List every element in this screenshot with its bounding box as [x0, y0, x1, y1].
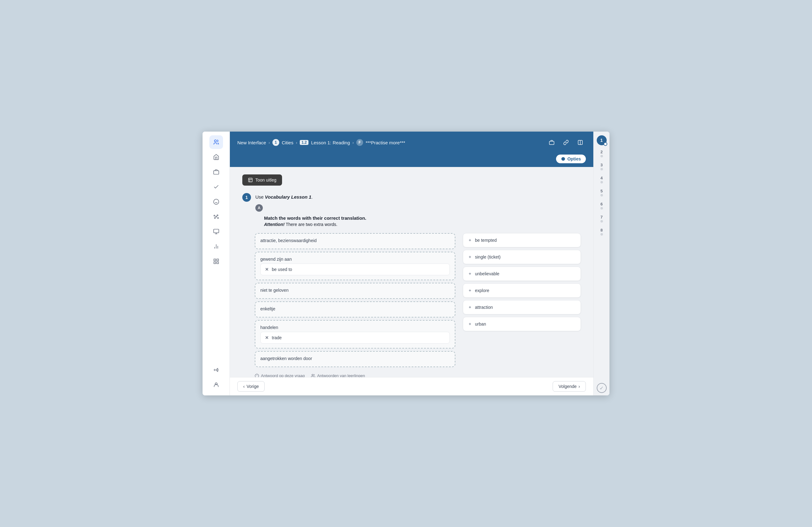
step-4[interactable]: 4	[595, 173, 608, 185]
word-slot-4-label: enkeltje	[260, 306, 450, 311]
step-7-dot	[600, 220, 603, 223]
word-slot-2-remove[interactable]: ✕	[265, 267, 269, 272]
answer-chip-4[interactable]: ✦ explore	[463, 283, 581, 298]
drag-icon-6: ✦	[468, 321, 472, 327]
breadcrumb-lesson: Lesson 1: Reading	[311, 140, 350, 145]
step-3-dot	[600, 168, 603, 170]
step-7[interactable]: 7	[595, 212, 608, 225]
main-area: New Interface › 1 Cities › 1.2 Lesson 1:…	[230, 132, 593, 395]
answer-chip-1-text: be tempted	[475, 238, 497, 243]
link-icon-btn[interactable]	[561, 137, 571, 148]
word-slot-6[interactable]: aangetrokken worden door	[255, 351, 455, 367]
sidebar-icon-mask[interactable]	[209, 195, 223, 209]
breadcrumb-new-interface: New Interface	[237, 140, 266, 145]
svg-rect-9	[214, 229, 219, 233]
word-slot-2-label: gewend zijn aan	[260, 257, 450, 262]
step-4-dot	[600, 181, 603, 183]
sidebar-icon-grid[interactable]	[209, 255, 223, 268]
answer-chip-3[interactable]: ✦ unbelievable	[463, 267, 581, 281]
match-instruction: Match the words with their correct trans…	[264, 215, 581, 221]
word-slot-5-filled: ✕ trade	[260, 332, 450, 344]
columns-icon-btn[interactable]	[575, 137, 586, 148]
show-explanation-button[interactable]: Toon uitleg	[242, 175, 282, 185]
word-slot-1[interactable]: attractie, bezienswaardigheid	[255, 233, 455, 249]
drag-icon-4: ✦	[468, 288, 472, 293]
answer-chip-5[interactable]: ✦ attraction	[463, 300, 581, 314]
word-slot-5-value: trade	[272, 335, 282, 340]
bottom-navigation: ‹ Vorige Volgende ›	[230, 377, 593, 395]
word-slot-3-label: niet te geloven	[260, 288, 450, 293]
svg-rect-20	[550, 141, 554, 145]
breadcrumb-sep-2: ›	[296, 140, 297, 145]
step-3[interactable]: 3	[595, 160, 608, 172]
briefcase-icon-btn[interactable]	[546, 137, 557, 148]
step-2[interactable]: 2	[595, 147, 608, 160]
answer-chip-6[interactable]: ✦ urban	[463, 317, 581, 331]
answer-chip-2[interactable]: ✦ single (ticket)	[463, 250, 581, 264]
step-7-num: 7	[600, 215, 603, 220]
svg-rect-15	[214, 259, 216, 261]
sidebar-icon-briefcase[interactable]	[209, 165, 223, 179]
word-slot-5[interactable]: handelen ✕ trade	[255, 320, 455, 348]
word-slot-4[interactable]: enkeltje	[255, 301, 455, 317]
step-5[interactable]: 5	[595, 186, 608, 199]
step-5-num: 5	[600, 189, 603, 193]
breadcrumb-step1: 1	[272, 139, 279, 146]
svg-point-7	[214, 215, 215, 216]
sidebar-icon-user-profile[interactable]	[209, 378, 223, 392]
sidebar-icon-bars[interactable]	[209, 240, 223, 253]
svg-rect-1	[214, 171, 219, 175]
attention-text: Attention! There are two extra words.	[264, 222, 581, 227]
check-circle-button[interactable]: ✓	[597, 383, 607, 393]
left-column: attractie, bezienswaardigheid gewend zij…	[255, 233, 455, 367]
breadcrumb-f: F	[356, 139, 363, 146]
sidebar-icon-home[interactable]	[209, 150, 223, 164]
sidebar-icon-users[interactable]	[209, 135, 223, 149]
answer-chip-4-text: explore	[475, 288, 489, 293]
students-answers-button[interactable]: Antwoorden van leerlingen	[311, 373, 365, 377]
svg-point-30	[312, 374, 314, 376]
sidebar-icon-megaphone[interactable]	[209, 363, 223, 377]
word-slot-3[interactable]: niet te geloven	[255, 283, 455, 299]
svg-point-4	[214, 217, 215, 219]
step-1-circle: 1	[597, 135, 607, 145]
right-sidebar: 1 2 3 4 5 6 7 8 ✓	[593, 132, 609, 395]
next-button[interactable]: Volgende ›	[553, 381, 586, 392]
prev-button[interactable]: ‹ Vorige	[237, 381, 265, 392]
sidebar-icon-check[interactable]	[209, 180, 223, 194]
section-label-a: A	[255, 204, 263, 212]
answer-chip-2-text: single (ticket)	[475, 255, 501, 259]
answer-chip-1[interactable]: ✦ be tempted	[463, 233, 581, 247]
prev-arrow: ‹	[243, 384, 245, 389]
answer-chip-6-text: urban	[475, 321, 486, 327]
step-6[interactable]: 6	[595, 199, 608, 212]
step-6-dot	[600, 207, 603, 210]
svg-point-6	[216, 216, 217, 217]
header-icons	[546, 137, 586, 148]
word-slot-2-value: be used to	[272, 267, 292, 272]
sidebar-icon-cards[interactable]	[209, 225, 223, 238]
word-slot-5-remove[interactable]: ✕	[265, 335, 269, 340]
word-slot-5-label: handelen	[260, 325, 450, 330]
answer-chip-5-text: attraction	[475, 305, 493, 310]
drag-icon-1: ✦	[468, 238, 472, 243]
step-8[interactable]: 8	[595, 225, 608, 238]
word-slot-2[interactable]: gewend zijn aan ✕ be used to	[255, 252, 455, 280]
svg-rect-18	[217, 262, 218, 264]
step-6-num: 6	[600, 202, 603, 206]
svg-rect-24	[248, 178, 252, 182]
svg-rect-16	[217, 259, 218, 261]
header: New Interface › 1 Cities › 1.2 Lesson 1:…	[230, 132, 593, 153]
step-8-num: 8	[600, 228, 603, 232]
opties-button[interactable]: Opties	[556, 154, 586, 163]
drag-icon-2: ✦	[468, 255, 472, 259]
match-container: attractie, bezienswaardigheid gewend zij…	[255, 233, 581, 367]
step-1[interactable]: 1	[595, 134, 608, 147]
sidebar-icon-scatter[interactable]	[209, 210, 223, 224]
right-column: ✦ be tempted ✦ single (ticket) ✦ unbelie…	[463, 233, 581, 367]
svg-point-0	[214, 140, 217, 142]
svg-point-5	[217, 215, 218, 216]
step-3-num: 3	[600, 163, 603, 167]
question-text: Use Vocabulary Lesson 1.	[255, 193, 313, 199]
answer-question-button[interactable]: Antwoord op deze vraag	[255, 373, 305, 377]
